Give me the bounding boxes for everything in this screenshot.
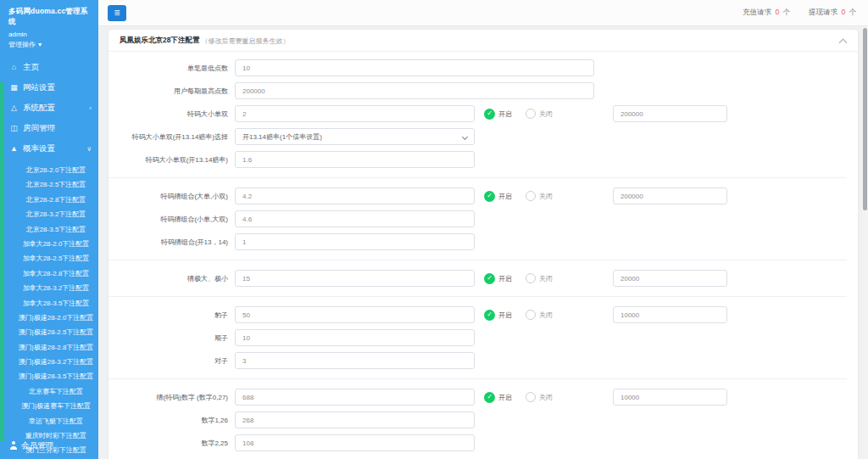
sidebar-subitem[interactable]: 北京28-2.5下注配置: [0, 177, 98, 192]
sidebar-item-site-settings[interactable]: ▦ 网站设置: [0, 77, 98, 98]
sidebar-item-system-config[interactable]: △ 系统配置 ‹: [0, 98, 98, 118]
sidebar-item-label: 系统配置: [23, 103, 55, 114]
field-label: 用户每期最高点数: [108, 87, 228, 96]
sidebar-subitem[interactable]: 加拿大28-3.5下注配置: [0, 296, 98, 311]
vertical-scrollbar[interactable]: [862, 26, 868, 459]
sidebar-subitem[interactable]: 澳门|极速28-2.0下注配置: [0, 311, 98, 325]
sidebar-subitem[interactable]: 北京28-3.2下注配置: [0, 207, 98, 221]
sidebar-subitem[interactable]: 澳门|极速28-2.8下注配置: [0, 340, 98, 355]
field-input[interactable]: [235, 233, 475, 250]
field-label: 数字1,26: [108, 416, 228, 425]
field-input[interactable]: [235, 411, 475, 428]
form-body: 单笔最低点数 用户每期最高点数 特码大小单双 ✓ 开启 关闭 特码大小单双(开1…: [108, 52, 858, 459]
limit-input[interactable]: [613, 389, 727, 406]
admin-actions-label: 管理操作: [8, 40, 36, 49]
field-input[interactable]: [235, 188, 475, 204]
field-label: 对子: [108, 356, 228, 366]
sidebar-subitem[interactable]: 加拿大28-2.5下注配置: [0, 251, 98, 266]
topbar: ≡ 充值请求 0 个 提现请求 0 个: [98, 0, 868, 26]
radio-off-unchecked[interactable]: [526, 191, 536, 201]
form-row: 单笔最低点数: [108, 59, 847, 76]
sidebar-item-home[interactable]: ⌂ 主页: [0, 57, 98, 77]
toggle-off-label: 关闭: [539, 109, 553, 119]
sidebar-subitem[interactable]: 北京28-2.0下注配置: [0, 163, 98, 177]
sidebar-subitem[interactable]: 加拿大28-2.8下注配置: [0, 266, 98, 281]
check-icon: ✓: [487, 275, 492, 282]
sidebar-item-room-management[interactable]: ◫ 房间管理: [0, 118, 98, 138]
field-input[interactable]: [235, 151, 475, 168]
field-label: 特码大小单双(开13.14赔率)选择: [108, 132, 228, 142]
collapse-chevron-up-icon[interactable]: [839, 38, 848, 47]
radio-on-checked[interactable]: ✓: [484, 273, 495, 284]
field-label: 特码大小单双(开13.14赔率): [108, 155, 228, 165]
field-label: 特码猜组合(大单,小双): [108, 192, 228, 201]
field-input[interactable]: [235, 434, 475, 451]
toggle-group: ✓ 开启 关闭: [484, 273, 613, 284]
section-divider: [108, 177, 847, 178]
scrollbar-thumb[interactable]: [863, 28, 867, 210]
field-input[interactable]: [235, 270, 475, 287]
withdraw-requests-link[interactable]: 提现请求 0 个: [809, 8, 856, 18]
field-label: 特码大小单双: [108, 109, 228, 119]
radio-off-unchecked[interactable]: [526, 392, 536, 402]
field-label: 豹子: [108, 311, 228, 320]
withdraw-requests-unit: 个: [849, 8, 857, 16]
field-select[interactable]: 开13.14赔率(1个倍率设置): [235, 128, 475, 145]
field-input[interactable]: [235, 210, 475, 227]
sidebar-subitem[interactable]: 澳门|极速赛车下注配置: [0, 399, 98, 413]
sidebar-subitem[interactable]: 加拿大28-3.2下注配置: [0, 281, 98, 295]
form-row: 数字2,25: [108, 434, 847, 451]
panel-title: 凤凰娱乐北京28下注配置: [120, 36, 199, 46]
select-value: 开13.14赔率(1个倍率设置): [242, 132, 322, 142]
radio-off-unchecked[interactable]: [526, 310, 536, 320]
radio-on-checked[interactable]: ✓: [484, 392, 495, 403]
field-input[interactable]: [235, 306, 475, 323]
radio-on-checked[interactable]: ✓: [484, 191, 495, 202]
form-row: 猜(特码)数字 (数字0,27) ✓ 开启 关闭: [108, 389, 847, 406]
admin-actions-dropdown[interactable]: 管理操作 ▾: [0, 38, 98, 53]
field-input[interactable]: [235, 352, 475, 369]
sidebar-menu: ⌂ 主页 ▦ 网站设置 △ 系统配置 ‹ ◫ 房间管理 ▲ 概率设置 ∨ 北京2…: [0, 57, 98, 459]
withdraw-requests-label: 提现请求: [809, 8, 837, 16]
radio-off-unchecked[interactable]: [526, 109, 536, 119]
limit-input[interactable]: [613, 105, 727, 122]
field-input[interactable]: [235, 389, 475, 406]
sidebar-subitem[interactable]: 澳门|极速28-2.5下注配置: [0, 325, 98, 339]
active-section-indicator: [0, 82, 4, 441]
toggle-on-label: 开启: [498, 192, 512, 201]
form-row: 特码大小单双 ✓ 开启 关闭: [108, 105, 847, 122]
field-input[interactable]: [235, 105, 475, 122]
toggle-off-label: 关闭: [539, 311, 553, 320]
radio-on-checked[interactable]: ✓: [484, 109, 495, 120]
config-panel: 凤凰娱乐北京28下注配置 （修改后需要重启服务生效） 单笔最低点数 用户每期最高…: [108, 29, 859, 459]
radio-off-unchecked[interactable]: [526, 273, 536, 283]
panel-subtitle: （修改后需要重启服务生效）: [201, 36, 289, 46]
sidebar-subitem[interactable]: 澳门|极速28-3.2下注配置: [0, 355, 98, 369]
sidebar-subitem[interactable]: 幸运飞艇下注配置: [0, 414, 98, 428]
field-input[interactable]: [235, 59, 594, 76]
field-label: 特码猜组合(开13，14): [108, 238, 228, 247]
radio-on-checked[interactable]: ✓: [484, 310, 495, 321]
toggle-off-label: 关闭: [539, 393, 553, 402]
sidebar-item-label: 主页: [23, 62, 39, 73]
toggle-off-label: 关闭: [539, 192, 553, 201]
field-input[interactable]: [235, 329, 475, 346]
recharge-requests-unit: 个: [783, 8, 791, 16]
field-label: 猜(特码)数字 (数字0,27): [108, 393, 228, 402]
limit-input[interactable]: [613, 188, 727, 204]
field-input[interactable]: [235, 82, 594, 99]
sidebar-subitem[interactable]: 北京28-2.8下注配置: [0, 193, 98, 207]
recharge-requests-link[interactable]: 充值请求 0 个: [743, 8, 790, 18]
limit-input[interactable]: [613, 270, 727, 287]
sidebar-item-members[interactable]: 会员管理: [0, 435, 98, 456]
sidebar-item-probability-settings[interactable]: ▲ 概率设置 ∨: [0, 138, 98, 159]
home-icon: ⌂: [8, 63, 19, 71]
limit-input[interactable]: [613, 306, 727, 323]
sidebar-item-label: 概率设置: [23, 143, 55, 154]
sidebar-toggle-button[interactable]: ≡: [108, 5, 126, 21]
sidebar-subitem[interactable]: 北京赛车下注配置: [0, 384, 98, 399]
sidebar-subitem[interactable]: 加拿大28-2.0下注配置: [0, 237, 98, 251]
sidebar-subitem[interactable]: 北京28-3.5下注配置: [0, 222, 98, 237]
sidebar-subitem[interactable]: 澳门|极速28-3.5下注配置: [0, 369, 98, 383]
chevron-down-icon: [462, 134, 468, 140]
